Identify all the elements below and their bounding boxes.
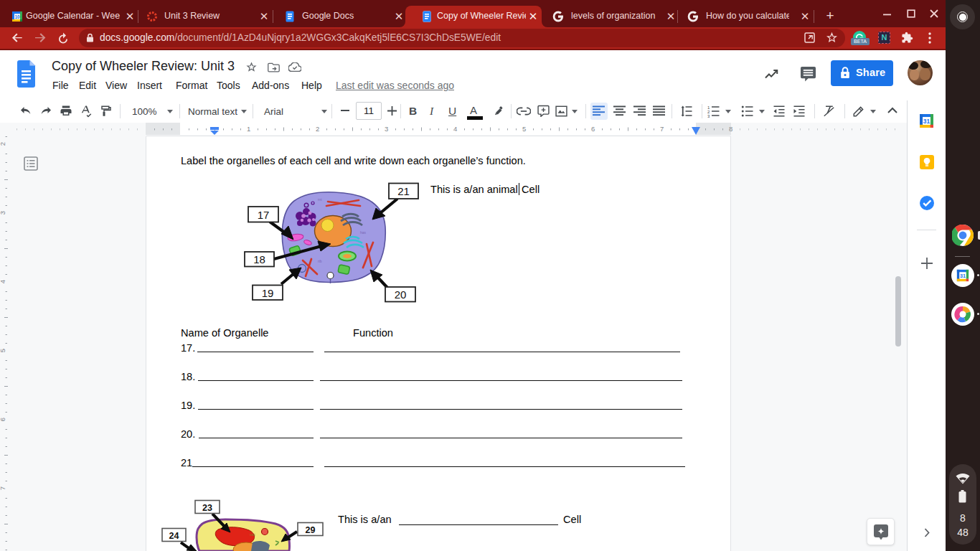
svg-text:31: 31 <box>960 273 966 279</box>
svg-text:2: 2 <box>707 110 710 114</box>
svg-text:10: 10 <box>14 14 20 19</box>
svg-text:rib: rib <box>318 259 322 263</box>
svg-text:19: 19 <box>262 287 274 299</box>
svg-text:3: 3 <box>707 114 710 118</box>
svg-text:18: 18 <box>253 253 265 265</box>
svg-text:17: 17 <box>258 209 270 221</box>
svg-text:29: 29 <box>306 525 316 535</box>
svg-text:24: 24 <box>169 531 179 541</box>
svg-text:has: has <box>360 230 367 235</box>
svg-text:23: 23 <box>202 503 212 513</box>
svg-text:21: 21 <box>397 185 410 197</box>
svg-text:1: 1 <box>707 105 710 110</box>
svg-text:31: 31 <box>923 118 930 125</box>
svg-text:vac: vac <box>250 532 255 537</box>
svg-text:mt: mt <box>318 197 322 202</box>
svg-text:20: 20 <box>395 288 407 301</box>
